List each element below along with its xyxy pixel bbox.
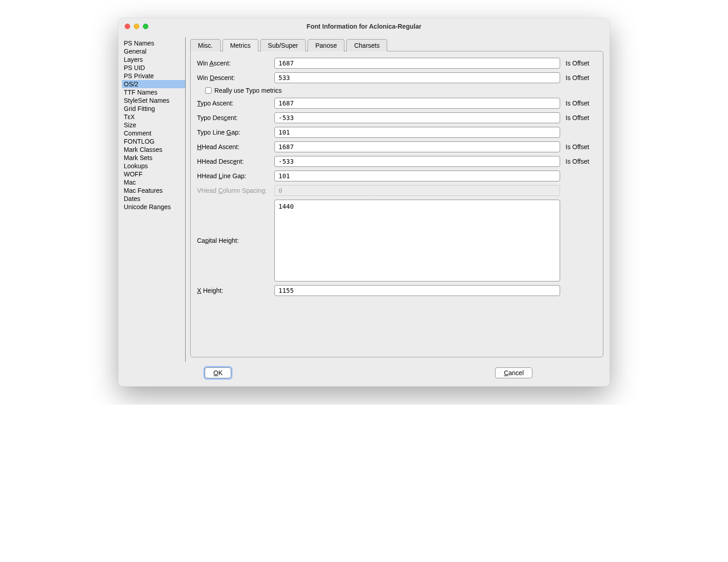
- sidebar-item-mac[interactable]: Mac: [122, 178, 185, 186]
- dialog-window: Font Information for Aclonica-Regular PS…: [118, 18, 610, 386]
- tab-metrics[interactable]: Metrics: [222, 39, 258, 51]
- sidebar-item-mac-features[interactable]: Mac Features: [122, 186, 185, 195]
- offset-hhead-ascent[interactable]: Is Offset: [560, 143, 597, 151]
- sidebar-item-ttf-names[interactable]: TTF Names: [122, 88, 185, 96]
- tab-charsets[interactable]: Charsets: [346, 39, 387, 51]
- label-capital-height: Capital Height:: [197, 237, 274, 244]
- input-vhead: [274, 185, 560, 196]
- ok-button[interactable]: OK: [205, 367, 231, 378]
- label-hhead-line-gap: HHead Line Gap:: [197, 172, 274, 180]
- label-win-descent: Win Descent:: [197, 74, 274, 81]
- sidebar-item-dates[interactable]: Dates: [122, 195, 185, 203]
- input-typo-ascent[interactable]: [274, 98, 560, 109]
- sidebar-item-comment[interactable]: Comment: [122, 129, 185, 137]
- offset-typo-ascent[interactable]: Is Offset: [560, 100, 597, 107]
- row-hhead-ascent: HHead Ascent: Is Offset: [197, 141, 597, 152]
- sidebar-item-woff[interactable]: WOFF: [122, 170, 185, 178]
- sidebar-item-general[interactable]: General: [122, 47, 185, 55]
- window-title: Font Information for Aclonica-Regular: [118, 23, 610, 30]
- minimize-icon[interactable]: [134, 24, 139, 29]
- sidebar-item-mark-classes[interactable]: Mark Classes: [122, 146, 185, 154]
- sidebar-item-fontlog[interactable]: FONTLOG: [122, 137, 185, 146]
- cancel-button[interactable]: Cancel: [495, 367, 532, 378]
- input-win-ascent[interactable]: [274, 58, 560, 69]
- label-typo-ascent: Typo Ascent:: [197, 100, 274, 107]
- zoom-icon[interactable]: [143, 24, 148, 29]
- label-hhead-descent: HHead Descent:: [197, 158, 274, 165]
- sidebar-item-mark-sets[interactable]: Mark Sets: [122, 154, 185, 162]
- button-bar: OK Cancel: [118, 362, 610, 386]
- titlebar: Font Information for Aclonica-Regular: [118, 18, 610, 35]
- offset-win-ascent[interactable]: Is Offset: [560, 60, 597, 67]
- content: PS NamesGeneralLayersPS UIDPS PrivateOS/…: [118, 35, 610, 362]
- label-hhead-ascent: HHead Ascent:: [197, 143, 274, 151]
- sidebar-item-ps-private[interactable]: PS Private: [122, 72, 185, 80]
- sidebar-item-ps-uid[interactable]: PS UID: [122, 64, 185, 72]
- input-typo-descent[interactable]: [274, 112, 560, 123]
- row-hhead-line-gap: HHead Line Gap:: [197, 171, 597, 181]
- input-x-height[interactable]: [274, 285, 560, 296]
- row-typo-ascent: Typo Ascent: Is Offset: [197, 98, 597, 109]
- row-really-use-typo: Really use Typo metrics: [205, 87, 597, 94]
- row-x-height: X Height:: [197, 285, 597, 296]
- checkbox-really-use-typo[interactable]: [205, 87, 212, 94]
- tab-misc-[interactable]: Misc.: [190, 39, 221, 51]
- label-typo-descent: Typo Descent:: [197, 114, 274, 121]
- row-hhead-descent: HHead Descent: Is Offset: [197, 156, 597, 167]
- tab-bar: Misc.MetricsSub/SuperPanoseCharsets: [190, 39, 603, 51]
- input-hhead-line-gap[interactable]: [274, 171, 560, 181]
- row-win-descent: Win Descent: Is Offset: [197, 72, 597, 83]
- sidebar-item-layers[interactable]: Layers: [122, 55, 185, 64]
- sidebar-item-size[interactable]: Size: [122, 121, 185, 129]
- offset-hhead-descent[interactable]: Is Offset: [560, 158, 597, 165]
- input-hhead-ascent[interactable]: [274, 141, 560, 152]
- label-win-ascent: Win Ascent:: [197, 60, 274, 67]
- row-typo-line-gap: Typo Line Gap:: [197, 127, 597, 138]
- sidebar-item-t-x[interactable]: TεX: [122, 113, 185, 121]
- metrics-panel: Win Ascent: Is Offset Win Descent: Is Of…: [190, 51, 603, 357]
- sidebar-item-ps-names[interactable]: PS Names: [122, 39, 185, 47]
- row-vhead-column-spacing: VHead Column Spacing:: [197, 185, 597, 196]
- input-capital-height[interactable]: 1440: [274, 200, 560, 281]
- tab-sub-super[interactable]: Sub/Super: [260, 39, 306, 51]
- offset-win-descent[interactable]: Is Offset: [560, 74, 597, 81]
- label-x-height: X Height:: [197, 287, 274, 294]
- sidebar: PS NamesGeneralLayersPS UIDPS PrivateOS/…: [122, 37, 186, 362]
- sidebar-item-lookups[interactable]: Lookups: [122, 162, 185, 170]
- traffic-lights: [118, 24, 148, 29]
- row-typo-descent: Typo Descent: Is Offset: [197, 112, 597, 123]
- label-typo-line-gap: Typo Line Gap:: [197, 129, 274, 136]
- sidebar-item-styleset-names[interactable]: StyleSet Names: [122, 96, 185, 105]
- sidebar-item-os-2[interactable]: OS/2: [122, 80, 185, 88]
- input-typo-line-gap[interactable]: [274, 127, 560, 138]
- row-capital-height: Capital Height: 1440: [197, 200, 597, 281]
- close-icon[interactable]: [125, 24, 130, 29]
- input-hhead-descent[interactable]: [274, 156, 560, 167]
- label-really-use-typo: Really use Typo metrics: [214, 87, 282, 94]
- row-win-ascent: Win Ascent: Is Offset: [197, 58, 597, 69]
- offset-typo-descent[interactable]: Is Offset: [560, 114, 597, 121]
- label-vhead: VHead Column Spacing:: [197, 187, 274, 194]
- tab-panose[interactable]: Panose: [308, 39, 344, 51]
- input-win-descent[interactable]: [274, 72, 560, 83]
- sidebar-item-unicode-ranges[interactable]: Unicode Ranges: [122, 203, 185, 211]
- sidebar-item-grid-fitting[interactable]: Grid Fitting: [122, 105, 185, 113]
- main-panel: Misc.MetricsSub/SuperPanoseCharsets Win …: [186, 37, 606, 362]
